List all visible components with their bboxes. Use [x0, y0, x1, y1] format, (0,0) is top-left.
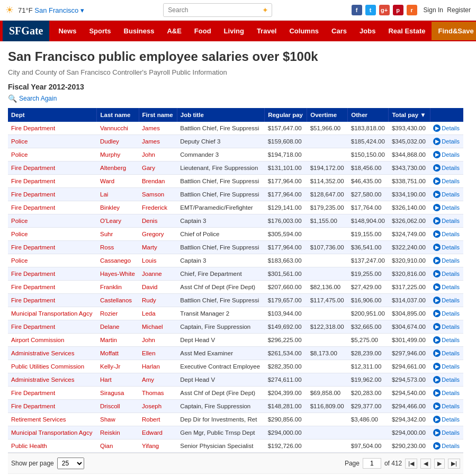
firstname-link[interactable]: Ellen: [142, 350, 156, 356]
register-link[interactable]: Register: [447, 6, 471, 14]
dept-link[interactable]: Police: [11, 218, 28, 224]
dept-link[interactable]: Police: [11, 231, 28, 237]
lastname-link[interactable]: O'Leary: [100, 218, 121, 224]
dept-link[interactable]: Fire Department: [11, 244, 55, 250]
lastname-link[interactable]: Driscoll: [100, 403, 120, 409]
nav-sports[interactable]: Sports: [83, 22, 117, 40]
firstname-link[interactable]: John: [142, 337, 155, 343]
pinterest-icon[interactable]: p: [393, 5, 403, 15]
lastname-link[interactable]: Altenberg: [100, 165, 126, 171]
search-input[interactable]: [164, 4, 259, 16]
details-button[interactable]: ▶ Details: [433, 323, 460, 330]
details-button[interactable]: ▶ Details: [433, 257, 460, 264]
details-button[interactable]: ▶ Details: [433, 177, 460, 185]
lastname-link[interactable]: Siragusa: [100, 390, 124, 396]
lastname-link[interactable]: Murphy: [100, 151, 120, 158]
lastname-link[interactable]: Vannucchi: [100, 125, 128, 131]
nav-ae[interactable]: A&E: [160, 22, 187, 40]
lastname-link[interactable]: Franklin: [100, 284, 122, 290]
firstname-link[interactable]: Michael: [142, 324, 163, 330]
details-button[interactable]: ▶ Details: [433, 164, 460, 172]
details-button[interactable]: ▶ Details: [433, 442, 460, 450]
next-page-btn[interactable]: ▶: [434, 459, 445, 469]
details-button[interactable]: ▶ Details: [433, 389, 460, 397]
firstname-link[interactable]: Louis: [142, 257, 157, 264]
signin-link[interactable]: Sign In: [424, 6, 443, 14]
col-jobtitle[interactable]: Job title: [177, 108, 264, 122]
dept-link[interactable]: Police: [11, 257, 28, 264]
details-button[interactable]: ▶ Details: [433, 349, 460, 357]
details-button[interactable]: ▶ Details: [433, 217, 460, 225]
details-button[interactable]: ▶ Details: [433, 376, 460, 383]
dept-link[interactable]: Administrative Services: [11, 350, 75, 356]
lastname-link[interactable]: Binkley: [100, 204, 120, 211]
per-page-select[interactable]: 25 50 100: [57, 458, 84, 469]
lastname-link[interactable]: Reiskin: [100, 429, 120, 436]
details-button[interactable]: ▶ Details: [433, 270, 460, 277]
lastname-link[interactable]: Dudley: [100, 138, 119, 145]
details-button[interactable]: ▶ Details: [433, 363, 460, 370]
firstname-link[interactable]: Amy: [142, 377, 154, 383]
search-again-link[interactable]: Search Again: [19, 95, 57, 102]
details-button[interactable]: ▶ Details: [433, 151, 460, 158]
dept-link[interactable]: Retirement Services: [11, 416, 66, 423]
nav-news[interactable]: News: [52, 22, 83, 40]
dept-link[interactable]: Fire Department: [11, 284, 55, 290]
site-logo[interactable]: SFGate: [3, 21, 49, 41]
firstname-link[interactable]: John: [142, 151, 155, 158]
nav-living[interactable]: Living: [218, 22, 250, 40]
details-button[interactable]: ▶ Details: [433, 429, 460, 436]
nav-realestate[interactable]: Real Estate: [382, 22, 432, 40]
lastname-link[interactable]: Martin: [100, 337, 117, 343]
firstname-link[interactable]: James: [142, 125, 160, 131]
dept-link[interactable]: Public Health: [11, 443, 47, 449]
details-button[interactable]: ▶ Details: [433, 191, 460, 198]
dept-link[interactable]: Public Utilities Commission: [11, 363, 84, 370]
search-button[interactable]: ✦: [259, 4, 272, 16]
col-regular[interactable]: Regular pay: [265, 108, 307, 122]
firstname-link[interactable]: Joseph: [142, 403, 161, 409]
nav-travel[interactable]: Travel: [250, 22, 283, 40]
city-link[interactable]: San Francisco: [34, 6, 78, 14]
nav-food[interactable]: Food: [188, 22, 218, 40]
lastname-link[interactable]: Lai: [100, 191, 108, 198]
dept-link[interactable]: Administrative Services: [11, 377, 75, 383]
firstname-link[interactable]: Harlan: [142, 363, 160, 370]
dept-link[interactable]: Police: [11, 138, 28, 145]
page-input[interactable]: [363, 458, 381, 469]
firstname-link[interactable]: Thomas: [142, 390, 164, 396]
lastname-link[interactable]: Shaw: [100, 416, 115, 423]
firstname-link[interactable]: Yifang: [142, 443, 159, 449]
dept-link[interactable]: Fire Department: [11, 403, 55, 409]
dept-link[interactable]: Airport Commission: [11, 337, 64, 343]
lastname-link[interactable]: Ross: [100, 244, 114, 250]
lastname-link[interactable]: Ward: [100, 178, 114, 184]
rss-icon[interactable]: r: [407, 5, 417, 15]
col-other[interactable]: Other: [348, 108, 389, 122]
lastname-link[interactable]: Hart: [100, 377, 112, 383]
col-total[interactable]: Total pay ▼: [389, 108, 430, 122]
firstname-link[interactable]: Robert: [142, 416, 160, 423]
firstname-link[interactable]: Frederick: [142, 204, 167, 211]
firstname-link[interactable]: Samson: [142, 191, 164, 198]
details-button[interactable]: ▶ Details: [433, 416, 460, 423]
lastname-link[interactable]: Qian: [100, 443, 113, 449]
google-plus-icon[interactable]: g+: [379, 5, 390, 15]
lastname-link[interactable]: Delane: [100, 324, 119, 330]
details-button[interactable]: ▶ Details: [433, 336, 460, 344]
nav-jobs[interactable]: Jobs: [353, 22, 382, 40]
details-button[interactable]: ▶ Details: [433, 138, 460, 145]
twitter-icon[interactable]: t: [365, 5, 376, 15]
dept-link[interactable]: Fire Department: [11, 324, 55, 330]
details-button[interactable]: ▶ Details: [433, 204, 460, 211]
dept-link[interactable]: Fire Department: [11, 297, 55, 303]
nav-columns[interactable]: Columns: [283, 22, 325, 40]
nav-findsave[interactable]: Find&Save: [432, 22, 476, 40]
lastname-link[interactable]: Castellanos: [100, 297, 132, 303]
firstname-link[interactable]: James: [142, 138, 160, 145]
dept-link[interactable]: Fire Department: [11, 271, 55, 277]
details-button[interactable]: ▶ Details: [433, 402, 460, 410]
firstname-link[interactable]: Gary: [142, 165, 155, 171]
lastname-link[interactable]: Suhr: [100, 231, 113, 237]
lastname-link[interactable]: Rozier: [100, 310, 118, 317]
